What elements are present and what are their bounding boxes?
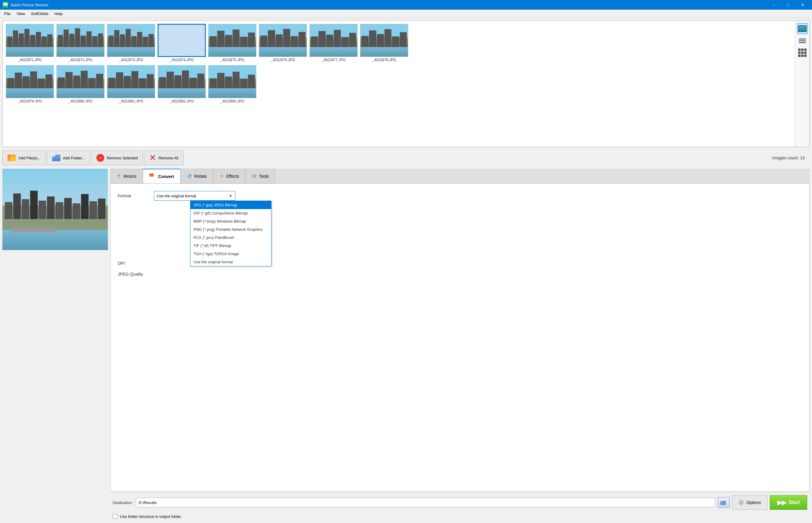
image-label-4: _4022874.JPG: [169, 58, 194, 62]
image-label-13: _4022883.JPG: [220, 99, 245, 103]
add-folder-label: Add Folder...: [63, 156, 85, 160]
image-label-1: _4022871.JPG: [18, 58, 42, 62]
gallery-content: _4022871.JPG: [3, 21, 795, 147]
checkbox-row: Use folder structure in output folder: [110, 512, 810, 521]
bottom-section: Destination ⚙ Options: [110, 492, 810, 521]
images-count: Images count: 13: [773, 156, 805, 160]
list-item[interactable]: _4022880.JPG: [56, 65, 105, 103]
list-item[interactable]: _4022877.JPG: [309, 24, 358, 62]
remove-all-label: Remove All: [159, 156, 178, 160]
dropdown-option-tif[interactable]: TIF (*.tif) TIFF Bitmap: [191, 241, 271, 250]
thumbnail-view-icon: [798, 25, 807, 32]
dpi-label: DPI: [118, 261, 154, 266]
convert-tab-content: Format Use the original format ▼ JPG (*.…: [110, 184, 810, 491]
destination-browse-button[interactable]: [718, 497, 730, 508]
format-value: Use the original format: [157, 194, 196, 198]
thumbnail-view-button[interactable]: [797, 23, 808, 34]
start-label: Start: [789, 500, 800, 505]
image-label-12: _4022882.JPG: [169, 99, 194, 103]
tab-rotate[interactable]: ↺ Rotate: [180, 169, 213, 183]
format-select[interactable]: Use the original format ▼: [154, 191, 235, 201]
preview-panel: [2, 169, 108, 521]
thumbnail-3: [107, 24, 155, 57]
svg-rect-9: [721, 504, 724, 504]
image-label-11: _4022881.JPG: [119, 99, 143, 103]
list-view-button[interactable]: [797, 35, 808, 46]
menu-file[interactable]: File: [1, 10, 14, 17]
dropdown-option-bmp[interactable]: BMP (*.bmp) Windows Bitmap: [191, 217, 271, 226]
list-item[interactable]: _4022875.JPG: [208, 24, 256, 62]
tab-tools[interactable]: ⚙ Tools: [246, 169, 275, 183]
dropdown-arrow-icon: ▼: [229, 194, 233, 198]
image-label-6: _4022876.JPG: [271, 58, 295, 62]
effects-icon: ✦: [219, 173, 224, 180]
bottom-panel: ↗ Resize Convert ↺ Rotate: [2, 169, 810, 521]
thumbnail-2: [56, 24, 105, 57]
menu-view[interactable]: View: [14, 10, 28, 17]
list-item[interactable]: _4022882.JPG: [158, 65, 206, 103]
minimize-button[interactable]: –: [767, 0, 781, 10]
app-title: Batch Picture Resizer: [11, 3, 49, 7]
tab-convert[interactable]: Convert: [143, 169, 180, 183]
remove-selected-label: Remove Selected: [107, 156, 138, 160]
list-item[interactable]: _4022873.JPG: [107, 24, 155, 62]
list-item[interactable]: _4022878.JPG: [360, 24, 408, 62]
preview-image: [2, 169, 108, 250]
thumbnail-12: [158, 65, 206, 98]
list-item[interactable]: _4022883.JPG: [208, 65, 256, 103]
tab-resize-label: Resize: [124, 174, 137, 179]
thumbnail-10: [56, 65, 105, 98]
convert-icon: [149, 172, 156, 180]
list-item[interactable]: _4022872.JPG: [56, 24, 105, 62]
tools-icon: ⚙: [252, 173, 257, 180]
tab-effects[interactable]: ✦ Effects: [213, 169, 246, 183]
gallery-row-2: _4022879.JPG: [6, 65, 792, 103]
list-item[interactable]: _4022876.JPG: [259, 24, 307, 62]
destination-label: Destination: [113, 500, 132, 505]
window-controls: – □ ✕: [767, 0, 810, 10]
remove-all-icon: ✕: [149, 154, 156, 162]
thumbnail-11: [107, 65, 155, 98]
folder-icon: [52, 155, 60, 161]
add-folder-button[interactable]: Add Folder...: [47, 151, 90, 165]
thumbnail-1: [6, 24, 54, 57]
options-button[interactable]: ⚙ Options: [732, 495, 767, 510]
dropdown-option-jpg[interactable]: JPG (*.jpq) JPEG Bitmap: [191, 201, 271, 209]
dropdown-option-original[interactable]: Use the original format: [191, 258, 271, 266]
svg-rect-2: [4, 6, 7, 7]
remove-selected-icon: –: [96, 154, 104, 162]
destination-input[interactable]: [136, 498, 715, 507]
svg-rect-6: [720, 501, 723, 502]
menu-bar: File View SoftOrbits Help: [0, 10, 812, 18]
format-select-wrapper: Use the original format ▼ JPG (*.jpq) JP…: [154, 191, 235, 201]
list-item[interactable]: _4022871.JPG: [6, 24, 54, 62]
list-item[interactable]: _4022879.JPG: [6, 65, 54, 103]
maximize-button[interactable]: □: [781, 0, 795, 10]
grid-view-button[interactable]: [797, 47, 808, 58]
tab-effects-label: Effects: [226, 174, 239, 179]
tab-resize[interactable]: ↗ Resize: [110, 169, 143, 183]
menu-help[interactable]: Help: [52, 10, 66, 17]
svg-rect-8: [721, 503, 725, 503]
add-files-button[interactable]: + Add File(s)...: [2, 151, 46, 165]
toolbar: + Add File(s)... Add Folder... – Remove …: [2, 149, 810, 166]
folder-structure-checkbox[interactable]: [113, 514, 118, 519]
menu-softorbits[interactable]: SoftOrbits: [28, 10, 52, 17]
thumbnail-13: [208, 65, 256, 98]
dropdown-option-png[interactable]: PNG (*.png) Portable Network Graphics: [191, 226, 271, 234]
dropdown-option-tga[interactable]: TGA (*.tga) TARGA Image: [191, 250, 271, 258]
list-item[interactable]: _4022874.JPG: [158, 24, 206, 62]
close-button[interactable]: ✕: [796, 0, 810, 10]
options-gear-icon: ⚙: [739, 499, 744, 506]
options-label: Options: [746, 500, 761, 505]
destination-bar: Destination ⚙ Options: [110, 492, 810, 512]
remove-all-button[interactable]: ✕ Remove All: [144, 151, 183, 165]
start-button[interactable]: ▶▶ Start: [770, 495, 807, 510]
image-label-3: _4022873.JPG: [119, 58, 143, 62]
gallery-sidebar: [795, 21, 809, 147]
dropdown-option-gif[interactable]: GIF (*.gif) CompuServe Bitmap: [191, 209, 271, 217]
list-item[interactable]: _4022881.JPG: [107, 65, 155, 103]
dropdown-option-pcx[interactable]: PCX (*.pcx) PaintBrush: [191, 234, 271, 241]
resize-icon: ↗: [115, 172, 123, 180]
remove-selected-button[interactable]: – Remove Selected: [91, 151, 143, 165]
